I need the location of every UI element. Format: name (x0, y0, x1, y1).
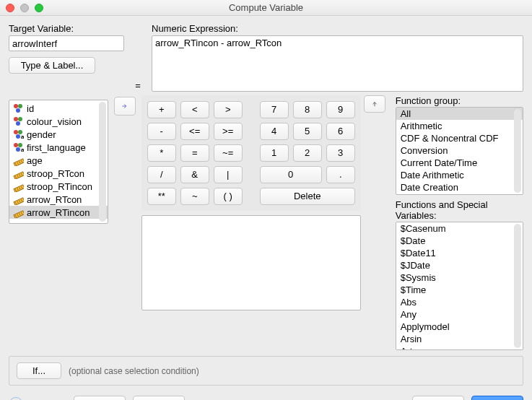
keypad-key[interactable]: . (326, 166, 355, 183)
function-item[interactable]: Applymodel (396, 321, 523, 333)
function-item[interactable]: $Date11 (396, 247, 523, 259)
function-group-item[interactable]: Date Arithmetic (396, 169, 523, 181)
function-item[interactable]: $Date (396, 235, 523, 247)
cancel-button[interactable]: Cancel (412, 396, 464, 400)
svg-text:a: a (21, 134, 24, 140)
variable-name: stroop_RTcon (27, 168, 84, 179)
keypad-key[interactable]: 2 (293, 144, 322, 162)
reset-button[interactable]: Reset (74, 396, 126, 400)
keypad-key[interactable]: ~ (180, 188, 209, 205)
keypad-key[interactable]: 4 (260, 123, 289, 140)
svg-point-8 (16, 134, 20, 139)
keypad-key[interactable]: - (147, 123, 176, 140)
help-icon[interactable]: ? (9, 397, 23, 401)
function-item[interactable]: $Sysmis (396, 271, 523, 284)
keypad-key[interactable]: 9 (326, 101, 355, 118)
variable-item[interactable]: afirst_language (9, 141, 108, 154)
variable-name: stroop_RTincon (27, 181, 92, 192)
keypad-key[interactable]: * (147, 144, 176, 162)
keypad-key[interactable]: 1 (260, 144, 289, 162)
keypad-key[interactable]: 7 (260, 101, 289, 118)
keypad-key[interactable]: / (147, 166, 176, 183)
arrow-right-icon (122, 100, 128, 112)
function-group-item[interactable]: Arithmetic (396, 120, 523, 132)
variable-name: first_language (27, 142, 86, 153)
svg-point-10 (14, 143, 18, 147)
variable-list[interactable]: idcolour_visionagenderafirst_languageage… (9, 100, 108, 224)
keypad-key[interactable]: Delete (260, 188, 355, 205)
variable-item[interactable]: agender (9, 128, 108, 141)
keypad-key[interactable]: = (180, 144, 209, 162)
svg-rect-29 (14, 198, 24, 205)
function-item[interactable]: $JDate (396, 259, 523, 271)
if-button[interactable]: If... (17, 362, 61, 379)
keypad-key[interactable]: 0 (260, 166, 322, 183)
function-group-item[interactable]: CDF & Noncentral CDF (396, 132, 523, 144)
variable-item[interactable]: arrow_RTcon (9, 193, 108, 206)
keypad-key[interactable]: ( ) (214, 188, 243, 205)
keypad-key[interactable]: & (180, 166, 209, 183)
function-group-list[interactable]: AllArithmeticCDF & Noncentral CDFConvers… (396, 107, 523, 195)
functions-list[interactable]: $Casenum$Date$Date11$JDate$Sysmis$TimeAb… (396, 222, 523, 350)
keypad-key[interactable]: ~= (214, 144, 243, 162)
function-item[interactable]: $Time (396, 284, 523, 296)
svg-rect-14 (14, 159, 24, 166)
variable-name: age (27, 155, 43, 166)
variable-item[interactable]: stroop_RTincon (9, 180, 108, 193)
keypad-key[interactable]: 8 (293, 101, 322, 118)
variable-name: arrow_RTcon (27, 194, 82, 205)
keypad-key[interactable]: 5 (293, 123, 322, 140)
svg-rect-24 (14, 185, 24, 192)
function-description-box (141, 215, 361, 310)
target-variable-input[interactable] (9, 35, 124, 51)
svg-rect-19 (14, 172, 24, 179)
keypad-key[interactable]: 3 (326, 144, 355, 162)
move-to-expression-button[interactable] (114, 97, 136, 116)
numeric-expression-input[interactable]: arrow_RTincon - arrow_RTcon (152, 35, 523, 92)
function-item[interactable]: Any (396, 308, 523, 321)
keypad-key[interactable]: | (214, 166, 243, 183)
nominal-icon (12, 103, 24, 114)
svg-point-0 (14, 104, 18, 108)
function-group-item[interactable]: Current Date/Time (396, 157, 523, 169)
keypad-key[interactable]: 6 (326, 123, 355, 140)
nominal-icon (12, 116, 24, 127)
paste-button[interactable]: Paste (133, 396, 185, 400)
keypad-key[interactable]: > (214, 101, 243, 118)
string-icon: a (12, 129, 24, 140)
function-group-item[interactable]: All (396, 108, 523, 120)
insert-function-button[interactable] (364, 95, 385, 113)
target-label: Target Variable: (9, 23, 124, 34)
keypad: +<>789-<=>=456*=~=123/&|0.**~( )Delete (141, 95, 361, 211)
function-group-item[interactable]: Date Creation (396, 181, 523, 194)
variable-item[interactable]: age (9, 154, 108, 167)
function-group-label: Function group: (396, 95, 523, 106)
keypad-key[interactable]: <= (180, 123, 209, 140)
scale-icon (12, 206, 24, 218)
variable-item[interactable]: id (9, 102, 108, 115)
variable-name: id (27, 103, 34, 114)
keypad-key[interactable]: ** (147, 188, 176, 205)
functions-label: Functions and Special Variables: (396, 199, 523, 221)
scale-icon (12, 168, 24, 179)
svg-point-1 (18, 104, 22, 108)
function-item[interactable]: Abs (396, 296, 523, 308)
function-item[interactable]: $Casenum (396, 222, 523, 235)
scale-icon (12, 155, 24, 166)
keypad-key[interactable]: < (180, 101, 209, 118)
if-section: If... (optional case selection condition… (9, 356, 523, 386)
function-group-item[interactable]: Conversion (396, 144, 523, 157)
variable-name: arrow_RTincon (27, 207, 90, 218)
svg-point-3 (14, 117, 18, 121)
keypad-key[interactable]: >= (214, 123, 243, 140)
function-item[interactable]: Artan (396, 345, 523, 350)
keypad-key[interactable]: + (147, 101, 176, 118)
expression-label: Numeric Expression: (152, 23, 523, 34)
variable-item[interactable]: colour_vision (9, 115, 108, 128)
variable-item[interactable]: stroop_RTcon (9, 167, 108, 180)
svg-point-4 (18, 117, 22, 121)
variable-item[interactable]: arrow_RTincon (9, 206, 108, 219)
ok-button[interactable]: OK (471, 396, 523, 400)
type-and-label-button[interactable]: Type & Label... (9, 57, 95, 74)
function-item[interactable]: Arsin (396, 333, 523, 345)
